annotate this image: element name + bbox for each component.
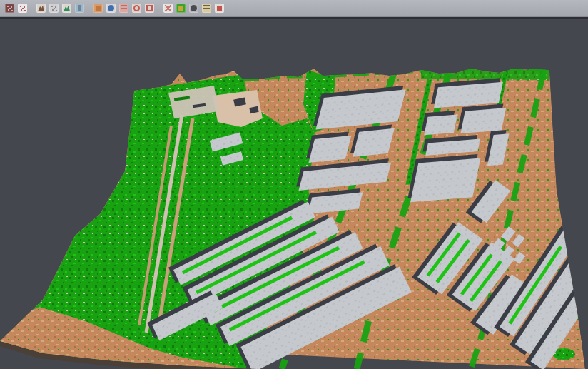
viewport-3d[interactable] <box>0 19 588 369</box>
globe-icon[interactable] <box>106 4 116 13</box>
thin-points-icon[interactable] <box>49 4 59 13</box>
classification-map-icon[interactable] <box>176 4 186 13</box>
classified-points-icon[interactable] <box>18 4 27 13</box>
extent-brackets-icon[interactable] <box>145 4 154 13</box>
terrain-icon[interactable] <box>36 4 46 13</box>
dem-hill-icon[interactable] <box>62 4 71 13</box>
ortho-square-icon[interactable] <box>93 4 103 13</box>
circle-target-icon[interactable] <box>132 4 141 13</box>
flag-small-icon[interactable] <box>215 4 224 13</box>
viewport <box>0 19 588 369</box>
toolbar <box>0 0 588 17</box>
profile-panel-icon[interactable] <box>75 4 84 13</box>
dark-globe-icon[interactable] <box>189 4 198 13</box>
striped-layers-icon[interactable] <box>119 4 128 13</box>
clip-cross-icon[interactable] <box>163 4 173 13</box>
measure-tag-icon[interactable] <box>202 4 211 13</box>
point-cloud-icon[interactable] <box>5 4 14 13</box>
